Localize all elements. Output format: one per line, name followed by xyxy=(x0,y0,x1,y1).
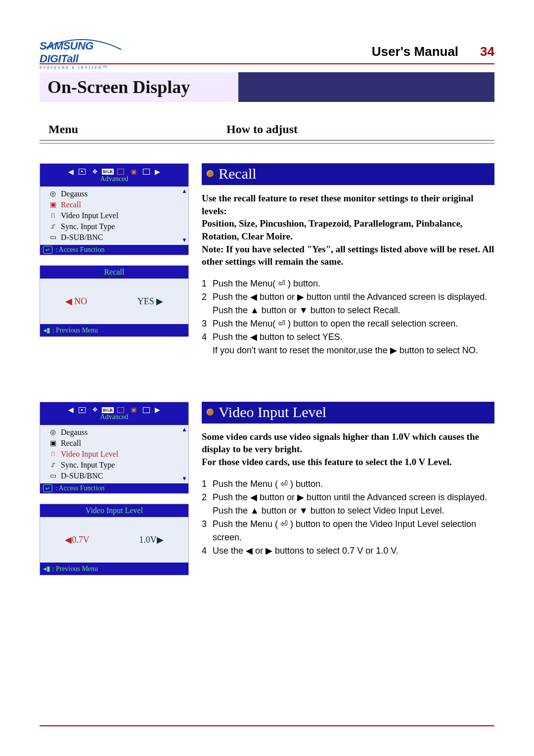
header-right: User's Manual 34 xyxy=(372,44,494,59)
step-row: 3Push the Menu( ⏎ ) button to open the r… xyxy=(202,317,494,331)
osd-top-bar: ◀ ✥ RGB ▣ ▶ Advanced xyxy=(40,164,188,187)
step-row: 1Push the Menu ( ⏎ ) button. xyxy=(202,477,494,491)
dsub-icon: ▭ xyxy=(49,471,57,481)
step-row: 3Push the Menu ( ⏎ ) button to open the … xyxy=(202,518,494,544)
video-description: Some video cards use video signals highe… xyxy=(202,430,494,469)
osd-item-dsub: ▭D-SUB/BNC xyxy=(49,471,186,481)
double-rule xyxy=(40,140,494,143)
title-text: On-Screen Display xyxy=(40,72,238,102)
step-row: 2Push the ◀ button or ▶ button until the… xyxy=(202,290,494,304)
prev-menu-icon: ◂▮ xyxy=(43,327,50,334)
position-icon xyxy=(78,406,87,414)
recall-steps: 1Push the Menu( ⏎ ) button. 2Push the ◀ … xyxy=(202,277,494,357)
video-steps: 1Push the Menu ( ⏎ ) button. 2Push the ◀… xyxy=(202,477,494,558)
osd-advanced-label: Advanced xyxy=(100,413,129,421)
osd-item-degauss: ◎Degauss xyxy=(49,427,186,438)
users-manual-label: User's Manual xyxy=(372,44,458,59)
osd-item-sync: ⎎Sync. Input Type xyxy=(49,460,186,471)
osd-video-popup: Video Input Level ◀0.7V 1.0V▶ ◂▮ : Previ… xyxy=(40,504,189,575)
popup-body-video: ◀0.7V 1.0V▶ xyxy=(40,517,188,563)
video-level-icon: ⎍ xyxy=(49,449,57,460)
dsub-icon: ▭ xyxy=(49,232,57,243)
scroll-down-icon: ▼ xyxy=(181,236,187,244)
samsung-logo: SAMSUNG DIGITall everyone's invited™ xyxy=(40,40,124,59)
logo-tagline: everyone's invited™ xyxy=(40,64,124,70)
prev-menu-icon: ◂▮ xyxy=(43,565,50,572)
video-heading-bar: Video Input Level xyxy=(202,402,494,424)
page-number: 34 xyxy=(480,44,494,59)
osd-item-recall: ▣Recall xyxy=(49,199,186,210)
enter-icon: ↵ xyxy=(43,246,52,254)
bullet-icon xyxy=(207,409,214,416)
osd-recall-wrap: ◀ ✥ RGB ▣ ▶ Advanced ▲ ◎Degauss ▣Recall xyxy=(40,163,188,337)
popup-title-recall: Recall xyxy=(40,266,188,279)
bullet-icon xyxy=(207,170,214,177)
osd-video-wrap: ◀ ✥ RGB ▣ ▶ Advanced ▲ ◎Degauss ▣Recall xyxy=(40,402,188,575)
aux-icon xyxy=(142,406,151,414)
recall-description: Use the recall feature to reset these mo… xyxy=(202,192,494,268)
step-row: 2Push the ◀ button or ▶ button until the… xyxy=(202,491,494,504)
position-icon xyxy=(78,168,87,176)
popup-foot-recall: ◂▮ : Previous Menu xyxy=(40,324,188,336)
step-row: Push the ▲ button or ▼ button to select … xyxy=(202,504,494,518)
column-headers: Menu How to adjust xyxy=(40,123,494,136)
osd-item-video-level: ⎍Video Input Level xyxy=(49,210,186,221)
page: SAMSUNG DIGITall everyone's invited™ Use… xyxy=(0,0,534,756)
osd-access-bar: ↵ : Access Function xyxy=(40,483,188,493)
osd-item-degauss: ◎Degauss xyxy=(49,189,186,199)
popup-yes-option: YES ▶ xyxy=(137,296,164,307)
osd-access-bar: ↵ : Access Function xyxy=(40,245,188,255)
popup-title-video: Video Input Level xyxy=(40,504,188,517)
step-row: 1Push the Menu( ⏎ ) button. xyxy=(202,277,494,290)
osd-menu-list: ▲ ◎Degauss ▣Recall ⎍Video Input Level ⎎S… xyxy=(40,187,188,245)
aux-icon xyxy=(142,168,151,176)
recall-content: Recall Use the recall feature to reset t… xyxy=(202,163,494,357)
osd-top-bar: ◀ ✥ RGB ▣ ▶ Advanced xyxy=(40,402,188,425)
popup-prev-label: : Previous Menu xyxy=(52,565,98,572)
enter-icon: ↵ xyxy=(43,484,52,492)
osd-access-label: : Access Function xyxy=(55,484,105,492)
left-arrow-icon: ◀ xyxy=(68,406,74,414)
scroll-up-icon: ▲ xyxy=(181,188,187,195)
popup-foot-video: ◂▮ : Previous Menu xyxy=(40,563,188,575)
col-head-howto: How to adjust xyxy=(226,123,298,136)
col-head-menu: Menu xyxy=(48,123,78,136)
step-row: Push the ▲ button or ▼ button to select … xyxy=(202,304,494,317)
size-icon: ✥ xyxy=(90,406,99,414)
osd-advanced-label: Advanced xyxy=(100,175,129,183)
title-band: On-Screen Display xyxy=(40,72,494,102)
popup-body-recall: ◀ NO YES ▶ xyxy=(40,279,188,324)
monitor-icon: ▣ xyxy=(129,406,138,414)
sync-icon: ⎎ xyxy=(49,460,57,471)
degauss-icon: ◎ xyxy=(49,427,57,438)
right-arrow-icon: ▶ xyxy=(155,406,160,414)
left-arrow-icon: ◀ xyxy=(68,168,74,176)
degauss-icon: ◎ xyxy=(49,189,57,199)
osd-panel-recall: ◀ ✥ RGB ▣ ▶ Advanced ▲ ◎Degauss ▣Recall xyxy=(40,163,189,255)
step-row: If you don't want to reset the monitor,u… xyxy=(202,344,494,357)
popup-07v-option: ◀0.7V xyxy=(65,534,89,545)
popup-prev-label: : Previous Menu xyxy=(52,327,98,334)
scroll-down-icon: ▼ xyxy=(181,475,187,482)
footer-rule xyxy=(40,725,494,726)
video-level-icon: ⎍ xyxy=(49,210,57,221)
video-heading: Video Input Level xyxy=(219,404,326,421)
osd-menu-list: ▲ ◎Degauss ▣Recall ⎍Video Input Level ⎎S… xyxy=(40,425,188,483)
recall-icon: ▣ xyxy=(49,438,57,449)
popup-no-option: ◀ NO xyxy=(65,296,88,307)
right-arrow-icon: ▶ xyxy=(155,168,160,176)
scroll-up-icon: ▲ xyxy=(181,426,187,433)
recall-icon: ▣ xyxy=(49,199,57,210)
osd-access-label: : Access Function xyxy=(55,246,105,254)
osd-item-video-level: ⎍Video Input Level xyxy=(49,449,186,460)
sync-icon: ⎎ xyxy=(49,221,57,232)
size-icon: ✥ xyxy=(90,168,99,176)
recall-heading: Recall xyxy=(219,165,257,182)
section-recall: ◀ ✥ RGB ▣ ▶ Advanced ▲ ◎Degauss ▣Recall xyxy=(40,163,494,357)
osd-item-dsub: ▭D-SUB/BNC xyxy=(49,232,186,243)
popup-10v-option: 1.0V▶ xyxy=(139,534,164,545)
recall-heading-bar: Recall xyxy=(202,163,494,185)
video-content: Video Input Level Some video cards use v… xyxy=(202,402,494,558)
osd-panel-video: ◀ ✥ RGB ▣ ▶ Advanced ▲ ◎Degauss ▣Recall xyxy=(40,402,189,494)
osd-item-sync: ⎎Sync. Input Type xyxy=(49,221,186,232)
